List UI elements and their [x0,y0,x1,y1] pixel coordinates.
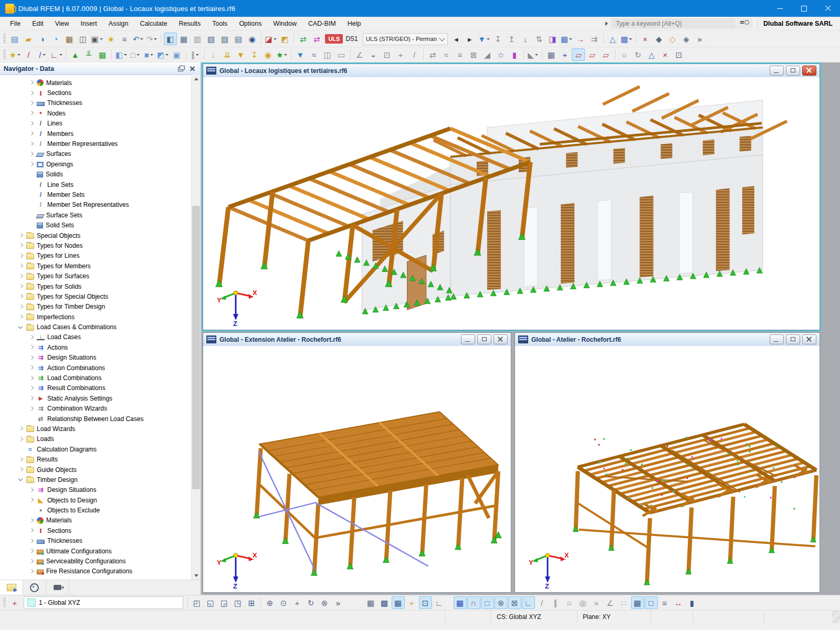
mirror-tool-button[interactable]: △ [645,48,658,61]
menu-tools[interactable]: Tools [206,17,233,30]
new-table-entry-button[interactable]: ★ [104,33,118,45]
menu-insert[interactable]: Insert [75,17,103,30]
tree-item-surfaces[interactable]: Surfaces [0,149,192,159]
member-rotation-button[interactable]: △ [606,33,619,45]
filter-loads-button[interactable]: ▼ [477,33,491,45]
child-close-button[interactable] [802,66,816,76]
chevron-right-icon[interactable] [28,100,34,106]
cs-manager-button[interactable]: + [8,596,22,609]
tree-item-load-combinations[interactable]: ⇉Load Combinations [0,373,192,383]
open-model-button[interactable]: ▰ [22,33,35,45]
merge-lines-button[interactable]: ≈ [439,48,453,61]
navigator-close-icon[interactable] [188,65,197,72]
chevron-right-icon[interactable] [28,161,34,167]
background-grid-button[interactable]: ▦ [631,596,644,609]
snap-angle-button[interactable]: ∠ [604,596,617,609]
chevron-right-icon[interactable] [28,559,34,564]
dropdown-arrow-icon[interactable] [535,54,538,56]
chevron-right-icon[interactable] [28,355,34,361]
tree-item-calculation-diagrams[interactable]: ≈Calculation Diagrams [0,444,192,454]
tree-item-actions[interactable]: ⇉Actions [0,342,192,352]
delete-tool-button[interactable]: × [658,48,671,61]
chevron-right-icon[interactable] [28,487,34,493]
display-properties-button[interactable]: ◪ [264,33,278,45]
menu-help[interactable]: Help [342,17,367,30]
zoom-dynamic-button[interactable]: ⊗ [318,596,331,609]
tree-item-types-for-lines[interactable]: Types for Lines [0,251,192,261]
tree-item-imperfections[interactable]: Imperfections [0,312,192,322]
tree-item-fire-resistance-configurations[interactable]: Fire Resistance Configurations [0,566,192,576]
tree-item-loads[interactable]: Loads [0,434,192,444]
insert-node-button[interactable]: ★ [8,48,22,61]
chevron-right-icon[interactable] [18,263,24,269]
viewport-canvas-atelier[interactable]: X Y Z [515,346,820,592]
view-solid-button[interactable]: ◆ [652,33,665,45]
layers-button[interactable]: ≡ [658,596,671,609]
chevron-right-icon[interactable] [18,233,24,238]
nodal-support-button[interactable]: ▲ [69,48,82,61]
dropdown-arrow-icon[interactable] [274,38,277,40]
chevron-right-icon[interactable] [18,304,24,310]
work-plane-toggle-button[interactable]: ⊡ [419,596,432,609]
chevron-right-icon[interactable] [28,131,34,136]
child-window-titlebar[interactable]: Global - Extension Atelier - Rochefort.r… [203,333,511,346]
tree-item-objects-to-exclude[interactable]: ●Objects to Exclude [0,505,192,515]
chevron-right-icon[interactable] [28,344,34,350]
pipette-button[interactable]: ▮ [686,596,699,609]
shift-view-button[interactable]: ◒ [366,48,380,61]
insert-opening-button[interactable]: □ [129,48,142,61]
rotate-view-button[interactable]: ↻ [304,596,318,609]
view-previous-button[interactable]: ⊞ [245,596,258,609]
fit-width-button[interactable]: ↔ [672,596,685,609]
window-titlebar[interactable]: Dlubal RFEM | 6.07.0009 | Global - Locau… [0,0,840,17]
object-snap-button[interactable]: ○ [617,48,631,61]
line-grid-button[interactable]: / [407,48,421,61]
menu-edit[interactable]: Edit [26,17,49,30]
chevron-right-icon[interactable] [28,406,34,412]
child-restore-button[interactable] [786,334,800,344]
child-close-button[interactable] [494,334,508,344]
show-load-labels-button[interactable]: ↥ [505,33,518,45]
chevron-right-icon[interactable] [18,274,24,279]
insert-member-button[interactable]: / [36,48,49,61]
tree-item-relationship-between-load-cases[interactable]: ⇄Relationship Between Load Cases [0,414,192,424]
insert-surface-button[interactable]: ◧ [114,48,128,61]
render-mode-button[interactable]: ◨ [546,33,559,45]
table-panel-toggle-button[interactable]: ▥ [191,33,204,45]
work-plane-yz-button[interactable]: ▱ [599,48,612,61]
tree-item-sections[interactable]: ISections [0,526,192,536]
pan-view-button[interactable]: + [291,596,304,609]
result-beam-button[interactable]: ⇉ [587,33,601,45]
dropdown-arrow-icon[interactable] [284,54,287,56]
measure-tool-button[interactable]: ∥ [188,48,202,61]
save-model-button[interactable]: ◫ [77,33,90,45]
chevron-right-icon[interactable] [28,121,34,127]
tree-item-guide-objects[interactable]: Guide Objects [0,465,192,475]
snap-raster-button[interactable]: ∷ [617,596,631,609]
rotate-snap-button[interactable]: ↻ [631,48,644,61]
tree-item-thicknesses[interactable]: Thicknesses [0,536,192,546]
tree-item-types-for-solids[interactable]: Types for Solids [0,281,192,291]
print-button[interactable]: ▣ [90,33,104,45]
navigator-toggle-button[interactable]: ◧ [164,33,177,45]
search-expand-icon[interactable] [605,22,608,26]
child-minimize-button[interactable] [770,66,784,76]
surface-load-button[interactable]: ▼ [234,48,247,61]
app-close-button[interactable] [816,0,840,17]
dropdown-arrow-icon[interactable] [154,38,157,40]
move-object-button[interactable]: + [394,48,407,61]
menu-file[interactable]: File [4,17,26,30]
tab-views[interactable] [46,580,69,595]
show-load-values-button[interactable]: ↧ [491,33,505,45]
chevron-down-icon[interactable] [18,324,24,330]
child-close-button[interactable] [802,334,816,344]
snap-tangent-button[interactable]: ○ [563,596,576,609]
connect-lines-button[interactable]: ⇄ [426,48,439,61]
tree-item-design-situations[interactable]: ⇉Design Situations [0,485,192,495]
chevron-right-icon[interactable] [28,518,34,523]
tree-item-sections[interactable]: ISections [0,88,192,98]
chevron-right-icon[interactable] [18,314,24,320]
work-plane-xy-button[interactable]: ▱ [572,48,585,61]
tree-item-types-for-nodes[interactable]: Types for Nodes [0,240,192,250]
tree-item-serviceability-configurations[interactable]: Serviceability Configurations [0,556,192,566]
